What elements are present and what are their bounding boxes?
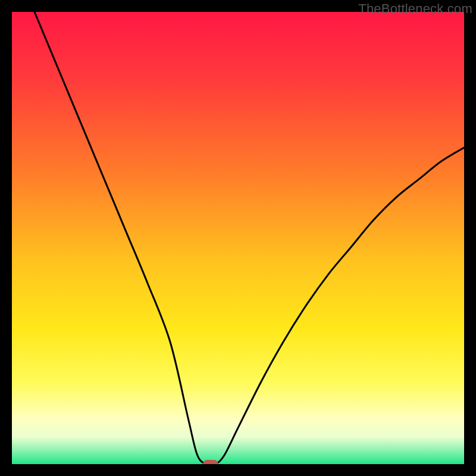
optimal-marker xyxy=(203,460,218,464)
watermark-text: TheBottleneck.com xyxy=(358,1,472,17)
chart-frame: TheBottleneck.com xyxy=(0,0,476,476)
bottleneck-curve xyxy=(12,12,464,464)
plot-area xyxy=(12,12,464,464)
